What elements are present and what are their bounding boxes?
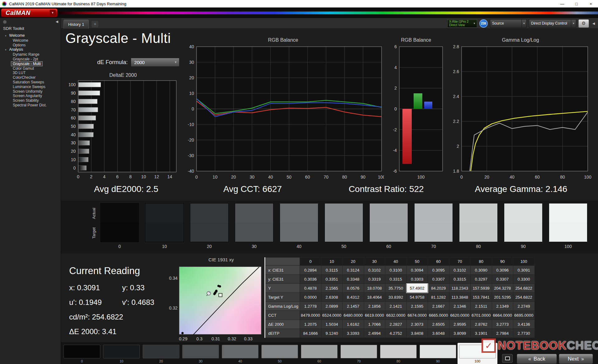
- table-col-header-20: 20: [343, 258, 364, 266]
- sidebar-item-screen-stability[interactable]: Screen Stability: [0, 98, 61, 103]
- expand-icon[interactable]: ▾: [5, 34, 7, 37]
- sidebar-item-screen-angularity[interactable]: Screen Angularity: [0, 94, 61, 98]
- next-button[interactable]: Next »: [559, 354, 593, 364]
- svg-text:30: 30: [189, 60, 194, 65]
- sidebar-item-welcome[interactable]: ▾Welcome: [0, 33, 61, 38]
- settings-gear-button[interactable]: ⚙: [578, 19, 589, 28]
- patch-color: [64, 345, 100, 358]
- table-cell: 204.3278: [492, 284, 513, 293]
- logo-menu-caret-icon[interactable]: ▼: [50, 10, 56, 16]
- sidebar-pin-button[interactable]: [3, 20, 7, 24]
- patch-level-label: 80: [380, 359, 417, 363]
- expand-icon[interactable]: ▾: [5, 48, 7, 51]
- patch-button-70[interactable]: 70: [340, 345, 377, 363]
- sidebar-item-3d-lut[interactable]: 3D LUT: [0, 71, 61, 75]
- svg-text:60: 60: [535, 175, 540, 180]
- svg-text:-10: -10: [188, 122, 194, 127]
- patch-color: [222, 345, 259, 358]
- cie-y-tick: 0.32: [165, 306, 178, 310]
- svg-text:20: 20: [71, 149, 76, 154]
- sidebar-item-analysis[interactable]: ▾Analysis: [0, 47, 61, 52]
- table-cell: 0.3300: [513, 275, 535, 284]
- svg-text:1.8: 1.8: [453, 169, 459, 174]
- svg-text:20: 20: [231, 175, 236, 180]
- de-bar-60: [78, 116, 96, 120]
- table-row-label-target-y: Target Y: [266, 293, 300, 302]
- patch-button-10[interactable]: 10: [103, 345, 140, 363]
- patch-button-20[interactable]: 20: [143, 345, 179, 363]
- swatch-level-label: 10: [145, 244, 184, 249]
- svg-text:2.2: 2.2: [453, 119, 459, 124]
- sidebar-item-saturation-sweeps[interactable]: Saturation Sweeps: [0, 80, 61, 85]
- patch-color: [143, 345, 179, 358]
- table-cell: 6674.0000: [406, 311, 428, 320]
- sidebar-item-spectral-power-dist[interactable]: Spectral Power Dist.: [0, 103, 61, 108]
- table-cell: 84.1666: [300, 329, 321, 338]
- patch-button-50[interactable]: 50: [261, 345, 298, 363]
- svg-text:100: 100: [378, 175, 384, 180]
- sidebar-item-welcome[interactable]: Welcome: [0, 38, 61, 43]
- svg-text:0: 0: [394, 106, 397, 111]
- meter-count-badge[interactable]: 238: [479, 19, 488, 28]
- svg-text:14: 14: [167, 174, 172, 179]
- table-cell: 2.1346: [449, 302, 471, 311]
- tab-history-1[interactable]: History 1: [64, 20, 89, 29]
- table-cell: 2.3073: [406, 320, 428, 329]
- sidebar-item-grayscale-multi[interactable]: Grayscale - Multi: [0, 62, 61, 66]
- table-cell: 0.3096: [492, 266, 513, 275]
- patch-level-label: 0: [64, 359, 100, 363]
- close-button[interactable]: ×: [584, 0, 598, 7]
- sidebar-item-screen-uniformity[interactable]: Screen Uniformity: [0, 89, 61, 94]
- patch-button-30[interactable]: 30: [182, 345, 219, 363]
- sidebar-item-color-gamut[interactable]: Color Gamut: [0, 66, 61, 71]
- display-control-dropdown[interactable]: Direct Display Control ▼: [529, 19, 576, 28]
- patch-color: [380, 345, 417, 358]
- pattern-window-button[interactable]: [502, 354, 513, 363]
- svg-text:2: 2: [394, 86, 397, 91]
- reading-x: x: 0.3091: [69, 283, 122, 292]
- patch-button-60[interactable]: 60: [301, 345, 338, 363]
- table-cell: 2.1457: [343, 302, 364, 311]
- de-bar-50: [78, 124, 93, 129]
- svg-text:4: 4: [394, 65, 397, 70]
- grayscale-swatch-80: 80: [459, 203, 498, 249]
- table-cell: 0.3036: [300, 275, 321, 284]
- table-cell: 2.9595: [449, 320, 471, 329]
- minimize-button[interactable]: —: [555, 0, 569, 7]
- patch-button-90[interactable]: 90: [420, 345, 456, 363]
- reading-y: y: 0.33: [122, 283, 145, 292]
- meter-mode: Direct View: [449, 23, 472, 27]
- svg-text:4: 4: [103, 174, 106, 179]
- grayscale-swatch-60: 60: [369, 203, 408, 249]
- svg-text:90: 90: [361, 175, 366, 180]
- swatch-patch: [369, 203, 408, 242]
- sidebar-item-grayscale-2pt[interactable]: Grayscale - 2pt: [0, 57, 61, 62]
- table-cell: 0.3307: [428, 275, 449, 284]
- patch-button-80[interactable]: 80: [380, 345, 417, 363]
- sidebar-item-luminance-sweeps[interactable]: Luminance Sweeps: [0, 85, 61, 89]
- source-dropdown[interactable]: Source ▼: [490, 19, 527, 28]
- cie-x-tick: 0.29: [177, 336, 189, 341]
- sidebar-item-colorchecker[interactable]: ColorChecker: [0, 75, 61, 80]
- patch-button-40[interactable]: 40: [222, 345, 259, 363]
- calman-logo[interactable]: CalMAN ▼: [1, 8, 58, 17]
- svg-text:40: 40: [268, 175, 273, 180]
- patch-button-0[interactable]: 0: [64, 345, 100, 363]
- panel-collapse-icon[interactable]: ◀: [591, 21, 596, 26]
- svg-text:70: 70: [324, 175, 329, 180]
- sidebar-item-dynamic-range[interactable]: Dynamic Range: [0, 52, 61, 57]
- calman-logo-text: CalMAN: [1, 9, 31, 16]
- sidebar-item-options[interactable]: Options: [0, 43, 61, 48]
- sidebar-collapse-icon[interactable]: ◀: [56, 20, 58, 24]
- add-tab-button[interactable]: +: [92, 21, 98, 27]
- cie-overlay: [179, 267, 262, 335]
- svg-text:2.8: 2.8: [453, 44, 459, 49]
- table-cell: 6664.0000: [492, 311, 513, 320]
- back-button[interactable]: « Back: [517, 354, 557, 364]
- rgb-balance-bar-chart: RGB Balance 6420-2-4-6100: [385, 37, 447, 184]
- meter-dropdown[interactable]: X-Rite i1Pro 2 Direct View ▼: [447, 19, 477, 28]
- de-formula-select[interactable]: 2000 ▼: [131, 58, 179, 67]
- table-cell: 1.2778: [300, 302, 321, 311]
- patch-level-label: 70: [340, 359, 377, 363]
- maximize-button[interactable]: □: [569, 0, 584, 7]
